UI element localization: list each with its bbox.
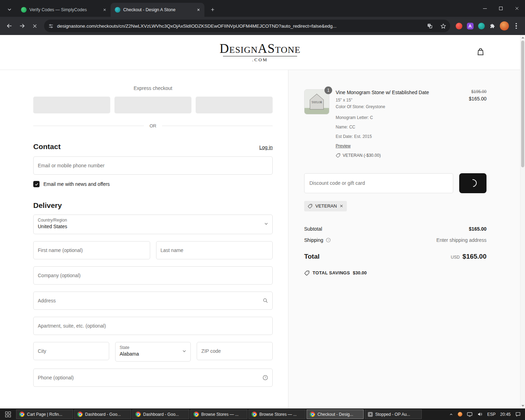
or-divider: OR	[33, 123, 273, 128]
browser-window: Verify Codes — SimplyCodes Checkout - De…	[0, 0, 525, 420]
express-button-skeleton[interactable]	[33, 97, 110, 113]
close-icon	[515, 6, 519, 10]
state-label: State	[120, 345, 178, 350]
scroll-up-icon[interactable]	[520, 35, 525, 40]
product-color: Color Of Stone: Greystone	[336, 104, 462, 110]
email-field[interactable]	[33, 156, 273, 175]
scroll-down-icon[interactable]	[520, 403, 525, 408]
translate-icon[interactable]	[425, 21, 435, 31]
taskbar-item-cart-page[interactable]: Cart Page | Rcfin...	[16, 410, 73, 419]
help-icon[interactable]: ?	[262, 374, 268, 381]
action-center-icon[interactable]	[515, 412, 521, 417]
extension-blocker-icon[interactable]	[454, 21, 464, 31]
help-icon[interactable]: ?	[326, 237, 331, 243]
tag-icon	[304, 270, 310, 276]
checkbox-checked-icon[interactable]	[33, 181, 40, 187]
taskbar-item-browse-stores-2[interactable]: Browse Stores — ...	[248, 410, 306, 419]
tray-app-icon[interactable]	[458, 412, 462, 416]
discount-code-text: VETERAN	[315, 203, 337, 209]
apartment-field[interactable]	[33, 317, 273, 335]
network-display-icon[interactable]	[467, 412, 472, 417]
purple-a-icon: A	[467, 23, 474, 29]
browser-menu-icon[interactable]	[511, 21, 522, 31]
extension-simplycodes-icon[interactable]	[476, 21, 486, 31]
logo-wordmark: DesignAStone	[219, 42, 300, 55]
stop-x-icon	[32, 23, 37, 29]
cart-line-item: TAYLOR 1 Vine Monogram Stone w/ Establis…	[304, 89, 486, 158]
first-name-field[interactable]	[33, 241, 150, 259]
close-tab-icon[interactable]	[102, 7, 108, 13]
applied-discount-chip: VETERAN	[304, 201, 347, 211]
express-button-skeleton[interactable]	[196, 97, 273, 113]
extensions-puzzle-icon[interactable]	[487, 21, 498, 31]
tag-icon	[336, 153, 341, 158]
phone-field[interactable]	[33, 369, 273, 387]
site-info-icon[interactable]	[48, 23, 54, 29]
tab-search-button[interactable]	[4, 4, 15, 15]
login-link[interactable]: Log in	[259, 145, 273, 150]
stop-button[interactable]	[29, 20, 41, 32]
chevron-down-icon	[7, 7, 12, 12]
orange-app-icon	[458, 412, 462, 416]
back-button[interactable]	[4, 20, 15, 32]
close-tab-icon[interactable]	[195, 7, 202, 13]
page-scrollbar[interactable]	[520, 35, 525, 408]
taskbar-item-stopped[interactable]: Stopped - OP Au...	[365, 410, 422, 419]
chrome-icon	[19, 412, 24, 417]
chevron-down-icon	[264, 221, 269, 228]
cart-bag-icon[interactable]	[476, 47, 485, 58]
site-logo[interactable]: DesignAStone .COM	[219, 42, 300, 63]
address-bar[interactable]: designastone.com/checkouts/cn/Z2NwLXVzLW…	[44, 20, 450, 32]
city-field[interactable]	[33, 342, 109, 360]
teal-circle-icon	[478, 23, 485, 29]
clock[interactable]: 20:45	[500, 412, 511, 417]
red-shield-icon	[456, 23, 462, 29]
preview-link[interactable]: Preview	[336, 144, 351, 148]
maximize-button[interactable]	[493, 0, 509, 17]
total-value: $165.00	[462, 253, 486, 260]
zip-field[interactable]	[197, 342, 273, 360]
apply-discount-button[interactable]	[459, 173, 486, 193]
total-savings-row: TOTAL SAVINGS $30.00	[304, 270, 486, 276]
volume-icon[interactable]	[477, 412, 483, 417]
svg-text:TAYLOR: TAYLOR	[312, 101, 322, 104]
quantity-badge: 1	[324, 86, 332, 94]
tab-checkout[interactable]: Checkout - Design A Stone	[111, 3, 204, 17]
order-summary: TAYLOR 1 Vine Monogram Stone w/ Establis…	[288, 70, 520, 408]
remove-discount-icon[interactable]	[340, 204, 343, 208]
start-button[interactable]	[0, 408, 16, 420]
bookmark-star-icon[interactable]	[438, 21, 448, 31]
currency-code: USD	[451, 255, 460, 260]
keyboard-language[interactable]: ESP	[487, 412, 496, 417]
taskbar-item-dashboard-2[interactable]: Dashboard - Goo...	[132, 410, 189, 419]
forward-button[interactable]	[16, 20, 28, 32]
loading-spinner-icon	[468, 178, 478, 189]
last-name-field[interactable]	[156, 241, 273, 259]
express-button-skeleton[interactable]	[114, 97, 191, 113]
extension-a-icon[interactable]: A	[465, 21, 475, 31]
state-select[interactable]: State Alabama	[115, 342, 191, 362]
logo-domain: .COM	[219, 57, 300, 63]
taskbar-item-dashboard-1[interactable]: Dashboard - Goo...	[74, 410, 131, 419]
total-label: Total	[304, 253, 320, 260]
close-window-button[interactable]	[509, 0, 525, 17]
taskbar-item-browse-stores-1[interactable]: Browse Stores — ...	[190, 410, 247, 419]
taskbar-item-checkout[interactable]: Checkout - Desig...	[307, 410, 364, 419]
newsletter-label: Email me with news and offers	[43, 181, 110, 187]
newsletter-checkbox-row[interactable]: Email me with news and offers	[33, 181, 273, 187]
profile-avatar[interactable]	[500, 21, 509, 30]
delivery-heading: Delivery	[33, 201, 62, 210]
scrollbar-thumb[interactable]	[521, 41, 524, 167]
new-tab-button[interactable]	[207, 4, 218, 15]
address-field[interactable]	[33, 292, 273, 310]
country-select[interactable]: Country/Region United States	[33, 215, 273, 234]
divider-line	[162, 126, 273, 126]
discount-code-field[interactable]	[304, 173, 453, 193]
search-icon	[262, 298, 268, 304]
designastone-favicon	[115, 7, 120, 13]
hidden-icons-chevron-icon[interactable]	[449, 412, 453, 416]
minimize-button[interactable]	[477, 0, 493, 17]
tab-simplycodes[interactable]: Verify Codes — SimplyCodes	[17, 3, 111, 17]
company-field[interactable]	[33, 266, 273, 285]
svg-text:?: ?	[265, 376, 266, 379]
